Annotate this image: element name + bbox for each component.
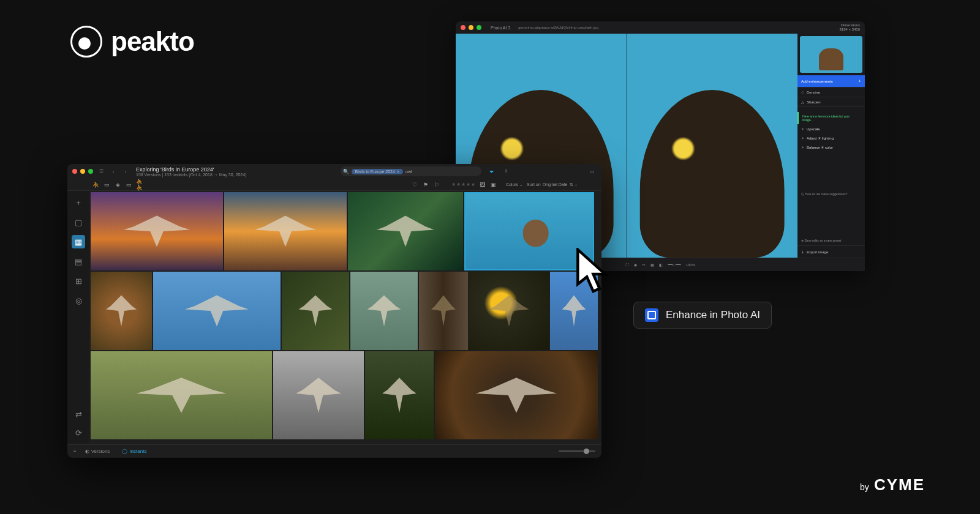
- grid-thumbnail-selected[interactable]: [464, 192, 594, 270]
- grid-thumbnail[interactable]: [91, 192, 223, 270]
- sort-desc-icon[interactable]: ↓: [575, 182, 578, 187]
- instants-label: Instants: [129, 449, 146, 454]
- star-icon[interactable]: ★: [466, 182, 470, 187]
- by-prefix: by: [860, 482, 869, 492]
- panel-toggle-icon[interactable]: ▭: [588, 167, 597, 176]
- fullscreen-icon[interactable]: [477, 25, 481, 30]
- heart-icon[interactable]: ♡: [411, 181, 418, 188]
- sort-direction-icon[interactable]: ⇅: [570, 182, 573, 187]
- ideas-text: Here are a few more ideas for your image…: [802, 114, 850, 122]
- versions-tab[interactable]: ◐ Versions: [81, 447, 114, 455]
- grid-thumbnail[interactable]: [365, 351, 434, 439]
- peakto-left-sidebar: + ▢ ▦ ▤ ⊞ ◎ ⇄ ⟳: [67, 191, 89, 444]
- colors-dropdown[interactable]: Colors ⌄: [506, 182, 523, 187]
- dimensions-value: 3184 × 3456: [839, 28, 860, 32]
- window-controls[interactable]: [461, 25, 481, 30]
- upscale-icon: ✧: [801, 127, 804, 131]
- grid-thumbnail[interactable]: [153, 272, 281, 350]
- close-icon[interactable]: [461, 25, 466, 30]
- histogram-icon[interactable]: ⫴: [502, 167, 511, 176]
- grid-thumbnail[interactable]: [91, 272, 152, 350]
- forward-button[interactable]: ›: [121, 167, 130, 176]
- enhance-label: Enhance in Photo AI: [666, 309, 760, 321]
- chip-remove-icon[interactable]: ×: [397, 169, 399, 174]
- peakto-logo: peakto: [70, 26, 194, 58]
- cyme-wordmark: CYME: [874, 475, 925, 494]
- minimize-icon[interactable]: [469, 25, 473, 30]
- grid-view-icon[interactable]: ▦: [72, 235, 85, 248]
- person-icon[interactable]: ⛹: [92, 181, 99, 188]
- raw-icon[interactable]: ▣: [490, 181, 497, 188]
- sync-icon[interactable]: ⟳: [72, 426, 85, 439]
- grid-thumbnail[interactable]: [435, 351, 598, 439]
- folder-icon[interactable]: ▭: [125, 181, 132, 188]
- denoise-row[interactable]: ◌ Denoise: [797, 88, 865, 97]
- add-button[interactable]: +: [72, 196, 85, 209]
- grid-view-icon[interactable]: ▦: [650, 263, 654, 267]
- grid-thumbnail[interactable]: [469, 272, 549, 350]
- transfer-icon[interactable]: ⇄: [72, 408, 85, 421]
- camera-icon[interactable]: ◎: [72, 294, 85, 307]
- save-preset-button[interactable]: ⊕ Save edits as a new preset: [797, 236, 865, 245]
- grid-thumbnail[interactable]: [224, 192, 347, 270]
- add-enhancements-button[interactable]: Add enhancements +: [797, 75, 865, 88]
- page-title: Exploring 'Birds in Europe 2024': [136, 166, 246, 173]
- minimize-icon[interactable]: [80, 169, 85, 174]
- grid-thumbnail[interactable]: [282, 272, 349, 350]
- search-input[interactable]: owl: [405, 169, 479, 174]
- star-icon[interactable]: ★: [456, 182, 461, 187]
- calendar-icon[interactable]: ▤: [72, 255, 85, 268]
- split-icon[interactable]: ▭: [642, 263, 646, 267]
- sidebar-toggle-icon[interactable]: ☰: [97, 167, 105, 176]
- map-icon[interactable]: ⊞: [72, 274, 85, 288]
- people-icon[interactable]: ⛹⛹: [136, 181, 143, 188]
- close-icon[interactable]: [72, 169, 77, 174]
- crop-icon[interactable]: ⛶: [625, 263, 629, 267]
- grid-thumbnail[interactable]: [350, 272, 418, 350]
- compare-icon[interactable]: ◧: [659, 263, 663, 267]
- single-view-icon[interactable]: ▢: [72, 215, 85, 229]
- export-button[interactable]: ⤓ Export image: [797, 245, 865, 258]
- reject-icon[interactable]: ⚐: [433, 181, 440, 188]
- thumbnail-size-slider[interactable]: [559, 450, 595, 452]
- adjust-lighting-button[interactable]: ✧ Adjust ☀ lighting: [797, 133, 865, 143]
- label-icon[interactable]: ◈: [114, 181, 121, 188]
- sharpen-row[interactable]: △ Sharpen: [797, 97, 865, 107]
- compare-after: [627, 34, 798, 258]
- menu-icon[interactable]: ≡: [74, 449, 77, 454]
- photo-ai-app-icon: [645, 308, 658, 322]
- star-icon[interactable]: ★: [471, 182, 475, 187]
- image-type-icon[interactable]: 🖼: [479, 181, 486, 188]
- search-chip[interactable]: Birds in Europe 2024 ×: [352, 169, 403, 174]
- instants-tab[interactable]: ◯ Instants: [118, 447, 150, 455]
- back-button[interactable]: ‹: [109, 167, 118, 176]
- star-icon[interactable]: ★: [451, 182, 456, 187]
- sharpen-label: Sharpen: [807, 100, 821, 104]
- upscale-label: Upscale: [807, 127, 820, 131]
- colors-label: Colors: [506, 182, 518, 187]
- fullscreen-icon[interactable]: [88, 169, 93, 174]
- balance-color-button[interactable]: ✧ Balance ☀ color: [797, 143, 865, 152]
- zoom-slider[interactable]: ⟶○⟶: [668, 263, 681, 267]
- search-bar[interactable]: 🔍 Birds in Europe 2024 × owl: [341, 166, 481, 176]
- sort-label: Sort on: [527, 182, 541, 187]
- eye-icon[interactable]: ◉: [634, 263, 637, 267]
- grid-thumbnail[interactable]: [348, 192, 463, 270]
- photo-ai-thumbnail[interactable]: [800, 36, 862, 73]
- window-controls[interactable]: [72, 169, 93, 174]
- how-suggestions-link[interactable]: ⓘ How do we make suggestions?: [797, 189, 865, 199]
- upscale-button[interactable]: ✧ Upscale: [797, 124, 865, 133]
- star-icon[interactable]: ★: [461, 182, 466, 187]
- grid-thumbnail[interactable]: [91, 351, 272, 439]
- save-preset-label: Save edits as a new preset: [804, 239, 841, 242]
- flag-icon[interactable]: ⚑: [422, 181, 429, 188]
- rating-stars[interactable]: ★ ★ ★ ★ ★: [451, 182, 475, 187]
- grid-thumbnail[interactable]: [273, 351, 364, 439]
- tag-icon[interactable]: ▭: [103, 181, 110, 188]
- sort-value[interactable]: Original Date: [543, 182, 568, 187]
- search-chip-label: Birds in Europe 2024: [355, 169, 395, 174]
- grid-thumbnail[interactable]: [419, 272, 468, 350]
- filter-icon[interactable]: ⏷: [489, 168, 495, 175]
- enhance-in-photo-ai-button[interactable]: Enhance in Photo AI: [633, 302, 772, 329]
- peakto-titlebar: ☰ ‹ › Exploring 'Birds in Europe 2024' 1…: [67, 164, 601, 179]
